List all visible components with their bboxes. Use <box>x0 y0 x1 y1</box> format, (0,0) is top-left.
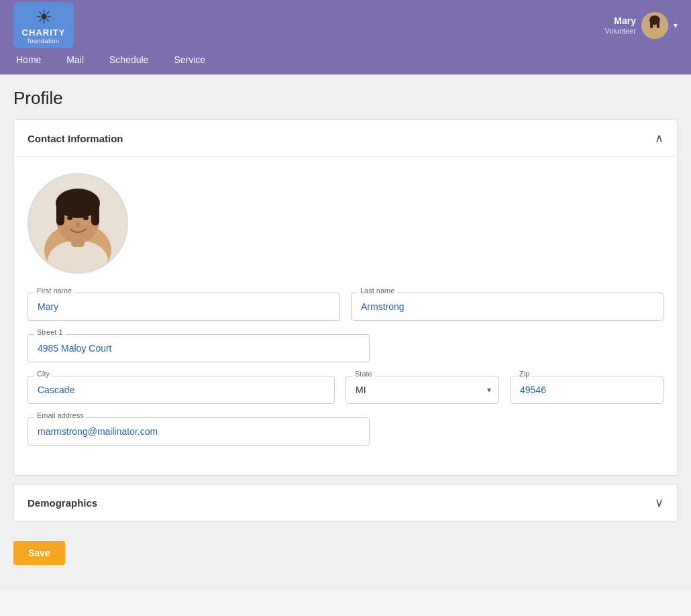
logo-charity-text: CHARITY <box>22 28 66 38</box>
user-role: Volunteer <box>605 27 636 35</box>
last-name-group: Last name <box>351 293 663 321</box>
user-menu-chevron[interactable]: ▾ <box>674 21 678 30</box>
profile-photo-area <box>28 173 663 274</box>
svg-point-14 <box>67 216 72 220</box>
navigation: Home Mail Schedule Service <box>0 50 691 74</box>
user-area: Mary Volunteer ▾ <box>605 12 678 39</box>
svg-rect-6 <box>657 20 659 28</box>
nav-item-service[interactable]: Service <box>171 50 208 69</box>
first-name-group: First name <box>28 293 340 321</box>
nav-item-schedule[interactable]: Schedule <box>107 50 151 69</box>
svg-point-16 <box>76 222 80 227</box>
profile-photo-image <box>38 176 118 270</box>
contact-information-card: Contact Information ∧ <box>13 119 678 476</box>
user-name: Mary <box>605 15 636 27</box>
profile-photo <box>28 173 128 274</box>
avatar <box>641 12 668 39</box>
state-group: State MI AL AK CA FL NY TX ▾ <box>346 376 499 404</box>
street-row: Street 1 <box>28 334 663 362</box>
nav-item-home[interactable]: Home <box>13 50 44 69</box>
demographics-header[interactable]: Demographics ∨ <box>14 484 677 521</box>
contact-information-title: Contact Information <box>28 133 123 144</box>
city-group: City <box>28 376 335 404</box>
user-info: Mary Volunteer <box>605 15 636 35</box>
demographics-collapse-icon: ∨ <box>655 495 663 510</box>
demographics-card: Demographics ∨ <box>13 484 678 522</box>
page-content: Profile Contact Information ∧ <box>0 74 691 590</box>
svg-rect-12 <box>56 202 64 225</box>
zip-group: Zip <box>510 376 663 404</box>
svg-rect-5 <box>650 20 653 28</box>
email-input[interactable] <box>28 417 370 446</box>
city-input[interactable] <box>28 376 335 404</box>
last-name-input[interactable] <box>351 293 663 321</box>
state-select-wrapper: MI AL AK CA FL NY TX ▾ <box>346 376 499 404</box>
svg-rect-13 <box>91 202 99 225</box>
contact-collapse-icon: ∧ <box>655 131 663 146</box>
zip-input[interactable] <box>510 376 663 404</box>
email-group: Email address <box>28 417 370 446</box>
save-button[interactable]: Save <box>13 541 65 565</box>
nav-item-mail[interactable]: Mail <box>64 50 87 69</box>
city-label: City <box>34 370 52 378</box>
contact-information-body: First name Last name Street 1 City <box>14 157 677 475</box>
header: ☀ CHARITY foundation Mary Volunteer ▾ <box>0 0 691 50</box>
contact-information-header[interactable]: Contact Information ∧ <box>14 120 677 157</box>
last-name-label: Last name <box>358 287 397 295</box>
street-label: Street 1 <box>34 328 66 336</box>
state-label: State <box>352 370 375 378</box>
sun-icon: ☀ <box>36 6 52 28</box>
street-group: Street 1 <box>28 334 370 362</box>
email-row: Email address <box>28 417 663 446</box>
first-name-input[interactable] <box>28 293 340 321</box>
email-label: Email address <box>34 411 87 419</box>
name-row: First name Last name <box>28 293 663 321</box>
avatar-image <box>641 12 668 39</box>
logo-area: ☀ CHARITY foundation <box>13 2 74 48</box>
logo-box: ☀ CHARITY foundation <box>13 2 74 48</box>
logo-foundation-text: foundation <box>28 38 59 44</box>
svg-point-15 <box>83 216 89 220</box>
street-input[interactable] <box>28 334 370 362</box>
zip-label: Zip <box>517 370 532 378</box>
svg-point-2 <box>647 27 662 38</box>
demographics-title: Demographics <box>28 497 97 509</box>
state-select[interactable]: MI AL AK CA FL NY TX <box>346 376 499 404</box>
city-state-zip-row: City State MI AL AK CA FL NY TX <box>28 376 663 404</box>
page-title: Profile <box>13 88 678 109</box>
save-area: Save <box>13 530 678 565</box>
first-name-label: First name <box>34 287 74 295</box>
